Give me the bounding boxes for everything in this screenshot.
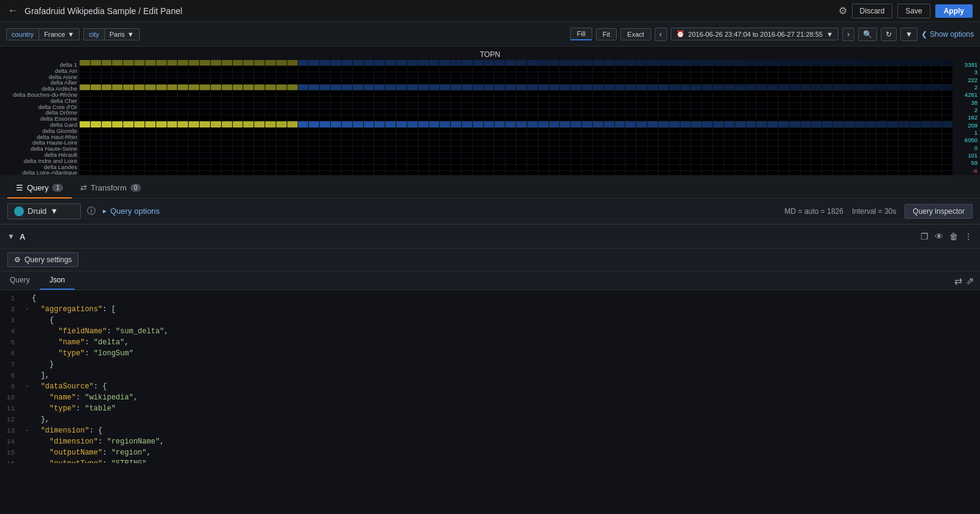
- heatmap-cell: [713, 66, 723, 72]
- heatmap-cell: [505, 171, 516, 175]
- discard-button[interactable]: Discard: [852, 4, 893, 18]
- heatmap-cell: [822, 171, 832, 175]
- heatmap-cell: [374, 78, 385, 84]
- heatmap-cell: [549, 159, 560, 164]
- heatmap-cell: [222, 97, 232, 102]
- heatmap-cell: [538, 109, 549, 115]
- country-filter-value[interactable]: France ▼: [39, 28, 80, 40]
- heatmap-cell: [910, 134, 920, 140]
- heatmap-cell: [320, 85, 330, 90]
- heatmap-cell: [440, 60, 450, 66]
- query-options-button[interactable]: ► Query options: [102, 206, 160, 216]
- save-button[interactable]: Save: [897, 4, 930, 18]
- time-next-button[interactable]: ›: [842, 28, 854, 41]
- heatmap-cell: [844, 78, 854, 84]
- heatmap-cell: [702, 115, 712, 121]
- heatmap-cell: [167, 165, 178, 170]
- delete-icon[interactable]: 🗑: [949, 232, 958, 241]
- tab-transform[interactable]: ⇄ Transform 0: [72, 178, 149, 198]
- heatmap-cell: [549, 153, 560, 158]
- heatmap-cell: [604, 115, 614, 121]
- heatmap-cell: [647, 121, 658, 127]
- code-editor[interactable]: 1{2- "aggregations": [3 {4 "fieldName": …: [0, 290, 980, 463]
- heatmap-cell: [615, 121, 625, 127]
- heatmap-cell: [91, 159, 101, 164]
- drag-icon[interactable]: ⋮: [964, 232, 973, 241]
- heatmap-cell: [102, 91, 112, 96]
- heatmap-cell: [604, 72, 614, 78]
- heatmap-cell: [385, 103, 396, 108]
- heatmap-cell: [571, 171, 581, 175]
- heatmap-cell: [374, 159, 385, 164]
- query-inspector-button[interactable]: Query inspector: [905, 204, 973, 219]
- heatmap-cell: [735, 159, 745, 164]
- back-icon[interactable]: ←: [7, 4, 18, 17]
- tab-json-editor[interactable]: Json: [40, 271, 75, 290]
- tab-query-editor[interactable]: Query: [0, 271, 40, 290]
- heatmap-cell: [899, 103, 909, 108]
- datasource-select[interactable]: Druid ▼: [7, 203, 81, 219]
- heatmap-cell: [615, 66, 625, 72]
- exact-button[interactable]: Exact: [620, 28, 651, 40]
- heatmap-cell: [440, 109, 450, 115]
- heatmap-cell: [910, 128, 920, 134]
- city-filter-value[interactable]: Paris ▼: [104, 28, 140, 40]
- heatmap-cell: [364, 146, 374, 152]
- collapse-icon[interactable]: ▼: [7, 232, 15, 241]
- heatmap-cell: [364, 159, 374, 164]
- heatmap-cell: [876, 66, 887, 72]
- heatmap-cell: [899, 171, 909, 175]
- fit-button[interactable]: Fit: [596, 28, 617, 40]
- apply-button[interactable]: Apply: [935, 4, 973, 18]
- heatmap-cell: [680, 109, 691, 115]
- chart-value-item: 222: [955, 77, 978, 84]
- heatmap-cell: [102, 103, 112, 108]
- tab-query[interactable]: ☰ Query 1: [7, 178, 72, 198]
- show-options-button[interactable]: ❮ Show options: [921, 30, 974, 39]
- heatmap-cell: [801, 115, 811, 121]
- heatmap-cell: [790, 171, 800, 175]
- heatmap-cell: [811, 121, 821, 127]
- line-content: "dataSource": {: [32, 381, 980, 392]
- copy-icon[interactable]: ❐: [921, 232, 929, 241]
- visibility-icon[interactable]: 👁: [935, 232, 943, 241]
- refresh-button[interactable]: ↻: [881, 28, 897, 41]
- heatmap-cell: [767, 66, 778, 72]
- heatmap-cell: [178, 66, 188, 72]
- heatmap-cell: [102, 146, 112, 152]
- zoom-out-button[interactable]: 🔍: [858, 28, 877, 41]
- heatmap-cell: [811, 109, 821, 115]
- heatmap-cell: [80, 171, 90, 175]
- heatmap-cell: [167, 159, 178, 164]
- heatmap-cell: [91, 78, 101, 84]
- heatmap-cell: [625, 85, 636, 90]
- heatmap-cell: [102, 171, 112, 175]
- heatmap-cell: [473, 153, 483, 158]
- heatmap-cell: [625, 109, 636, 115]
- heatmap-cell: [342, 159, 352, 164]
- heatmap-cell: [254, 171, 265, 175]
- heatmap-cell: [625, 134, 636, 140]
- info-icon[interactable]: ⓘ: [87, 206, 96, 217]
- heatmap-cell: [844, 85, 854, 90]
- heatmap-cell: [102, 97, 112, 102]
- expand-icon[interactable]: ⇗: [966, 275, 974, 287]
- fill-button[interactable]: Fill: [570, 28, 592, 40]
- heatmap-cell: [189, 134, 199, 140]
- refresh-options-button[interactable]: ▼: [900, 28, 918, 41]
- minimize-icon[interactable]: ⇄: [954, 275, 962, 287]
- heatmap-cell: [516, 103, 527, 108]
- heatmap-cell: [440, 171, 450, 175]
- heatmap-cell: [516, 171, 527, 175]
- heatmap-cell: [680, 115, 691, 121]
- heatmap-cell: [756, 103, 767, 108]
- time-prev-button[interactable]: ‹: [655, 28, 667, 41]
- query-settings-button[interactable]: ⚙ Query settings: [7, 252, 78, 267]
- heatmap-cell: [855, 85, 865, 90]
- time-range-picker[interactable]: ⏰ 2016-06-26 23:47:04 to 2016-06-27 21:2…: [671, 28, 839, 40]
- heatmap-cell: [331, 91, 341, 96]
- settings-icon[interactable]: ⚙: [839, 5, 847, 17]
- heatmap-cell: [680, 103, 691, 108]
- heatmap-cell: [265, 121, 276, 127]
- heatmap-cell: [746, 128, 756, 134]
